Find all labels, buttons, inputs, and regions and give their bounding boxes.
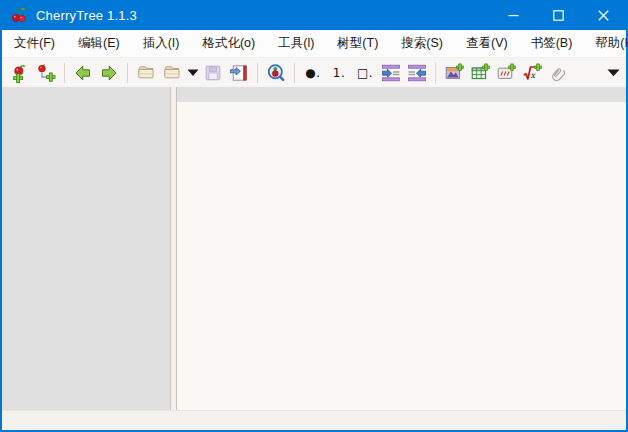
insert-image-button[interactable] (441, 60, 467, 86)
numbered-list-button[interactable]: 1. (326, 60, 352, 86)
indent-right-icon (381, 63, 401, 83)
toolbar-separator (435, 63, 436, 83)
save-as-button[interactable] (226, 60, 252, 86)
cherrytree-window: CherryTree 1.1.3 文件(F) 编辑(E) 插入(I) 格式化(o… (0, 0, 628, 432)
insert-formula-button[interactable]: x (519, 60, 545, 86)
maximize-icon (553, 10, 564, 21)
numbered-list-icon: 1. (333, 66, 345, 80)
toolbar-separator (127, 63, 128, 83)
find-node-icon (266, 63, 286, 83)
image-add-icon (444, 63, 464, 83)
add-subnode-button[interactable] (33, 60, 59, 86)
menu-item-edit[interactable]: 编辑(E) (69, 31, 129, 56)
maximize-button[interactable] (536, 0, 581, 30)
close-button[interactable] (581, 0, 626, 30)
minimize-icon (508, 10, 519, 21)
minimize-button[interactable] (491, 0, 536, 30)
attach-file-button[interactable] (545, 60, 571, 86)
back-button[interactable] (70, 60, 96, 86)
menu-item-file[interactable]: 文件(F) (5, 31, 64, 56)
chevron-down-icon (607, 69, 620, 77)
menu-item-format[interactable]: 格式化(o) (193, 31, 264, 56)
arrow-right-icon (99, 63, 119, 83)
menu-item-help[interactable]: 帮助(H) (586, 31, 628, 56)
main-area (2, 87, 626, 410)
bullet-list-button[interactable]: ●. (300, 60, 326, 86)
editor-header-strip (177, 87, 626, 102)
toolbar-separator (294, 63, 295, 83)
unindent-button[interactable] (404, 60, 430, 86)
menu-item-view[interactable]: 查看(V) (457, 31, 517, 56)
cherry-subnode-add-icon (36, 63, 56, 83)
folder-recent-icon (162, 63, 182, 83)
save-button[interactable] (200, 60, 226, 86)
todo-list-icon: □. (357, 66, 373, 80)
window-title: CherryTree 1.1.3 (36, 8, 137, 23)
floppy-save-icon (203, 63, 223, 83)
todo-list-button[interactable]: □. (352, 60, 378, 86)
close-icon (598, 10, 609, 21)
forward-button[interactable] (96, 60, 122, 86)
window-controls (491, 0, 626, 30)
codebox-add-icon (496, 63, 516, 83)
indent-button[interactable] (378, 60, 404, 86)
find-node-button[interactable] (263, 60, 289, 86)
recent-docs-dropdown[interactable] (185, 60, 200, 86)
table-add-icon (470, 63, 490, 83)
menu-item-bookmarks[interactable]: 书签(B) (522, 31, 582, 56)
menu-item-tree[interactable]: 树型(T) (328, 31, 387, 56)
toolbar: ●. 1. □. (2, 57, 626, 87)
bullet-list-icon: ●. (305, 66, 320, 80)
save-as-icon (229, 63, 249, 83)
insert-table-button[interactable] (467, 60, 493, 86)
cherries-icon (10, 6, 28, 24)
folder-open-icon (136, 63, 156, 83)
arrow-left-icon (73, 63, 93, 83)
cherry-add-icon (10, 63, 30, 83)
paperclip-icon (548, 63, 568, 83)
menubar: 文件(F) 编辑(E) 插入(I) 格式化(o) 工具(l) 树型(T) 搜索(… (2, 30, 626, 57)
add-node-button[interactable] (7, 60, 33, 86)
tree-panel[interactable] (2, 87, 170, 410)
statusbar (2, 410, 626, 430)
menu-item-search[interactable]: 搜索(S) (392, 31, 452, 56)
toolbar-overflow-button[interactable] (606, 60, 621, 86)
insert-codebox-button[interactable] (493, 60, 519, 86)
menu-item-insert[interactable]: 插入(I) (134, 31, 189, 56)
recent-docs-button[interactable] (159, 60, 185, 86)
open-file-button[interactable] (133, 60, 159, 86)
app-body: 文件(F) 编辑(E) 插入(I) 格式化(o) 工具(l) 树型(T) 搜索(… (2, 30, 626, 430)
toolbar-separator (257, 63, 258, 83)
editor-panel (177, 87, 626, 410)
toolbar-separator (64, 63, 65, 83)
menu-item-tools[interactable]: 工具(l) (269, 31, 323, 56)
titlebar: CherryTree 1.1.3 (2, 0, 626, 30)
editor-area[interactable] (177, 102, 626, 410)
svg-text:x: x (531, 70, 537, 79)
pane-splitter[interactable] (170, 87, 177, 410)
indent-left-icon (407, 63, 427, 83)
formula-add-icon: x (522, 63, 542, 83)
dropdown-triangle-icon (187, 69, 199, 77)
